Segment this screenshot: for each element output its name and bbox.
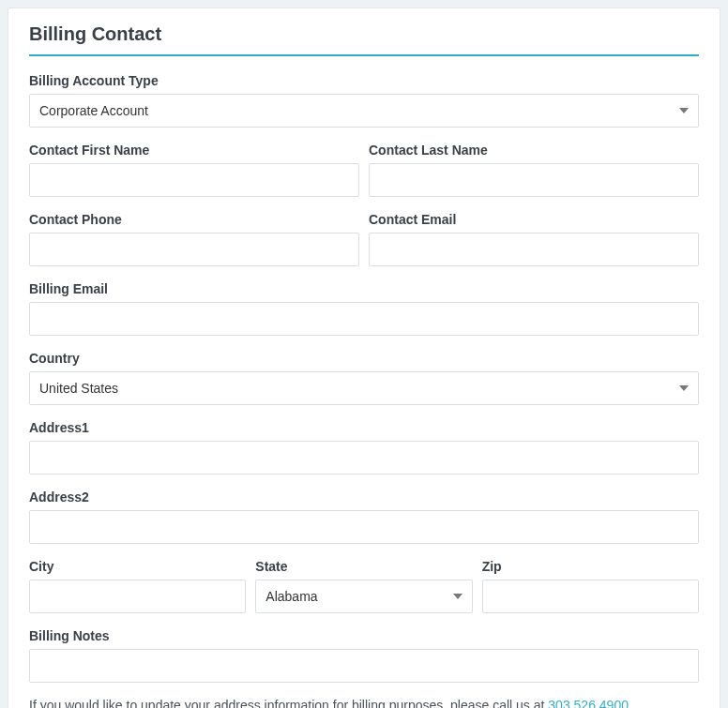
address2-input[interactable] <box>29 510 699 544</box>
support-phone-link[interactable]: 303.526.4900 <box>548 698 629 708</box>
account-type-label: Billing Account Type <box>29 73 699 88</box>
chevron-down-icon <box>453 594 463 599</box>
email-input[interactable] <box>369 233 699 266</box>
first-name-label: Contact First Name <box>29 143 359 158</box>
city-input[interactable] <box>29 580 246 613</box>
state-select[interactable]: Alabama <box>255 580 472 613</box>
phone-input[interactable] <box>29 233 359 266</box>
billing-email-label: Billing Email <box>29 281 699 296</box>
first-name-group: Contact First Name <box>29 143 359 197</box>
billing-contact-panel: Billing Contact Billing Account Type Cor… <box>8 8 720 708</box>
zip-input[interactable] <box>482 580 699 613</box>
billing-email-input[interactable] <box>29 302 699 336</box>
email-group: Contact Email <box>369 212 699 266</box>
zip-label: Zip <box>482 559 699 574</box>
chevron-down-icon <box>679 385 689 391</box>
address1-label: Address1 <box>29 420 699 435</box>
notes-group: Billing Notes <box>29 628 699 683</box>
address2-group: Address2 <box>29 490 699 544</box>
update-address-hint: If you would like to update your address… <box>29 698 699 708</box>
state-label: State <box>255 559 472 574</box>
country-group: Country United States <box>29 351 699 405</box>
country-label: Country <box>29 351 699 366</box>
hint-prefix: If you would like to update your address… <box>29 698 548 708</box>
notes-input[interactable] <box>29 649 699 683</box>
account-type-value: Corporate Account <box>39 103 148 118</box>
phone-label: Contact Phone <box>29 212 359 227</box>
chevron-down-icon <box>679 108 689 113</box>
email-label: Contact Email <box>369 212 699 227</box>
city-group: City <box>29 559 246 613</box>
last-name-input[interactable] <box>369 163 699 197</box>
city-label: City <box>29 559 246 574</box>
address1-group: Address1 <box>29 420 699 475</box>
last-name-label: Contact Last Name <box>369 143 699 158</box>
billing-email-group: Billing Email <box>29 281 699 336</box>
zip-group: Zip <box>482 559 699 613</box>
account-type-group: Billing Account Type Corporate Account <box>29 73 699 128</box>
state-group: State Alabama <box>255 559 472 613</box>
country-select[interactable]: United States <box>29 371 699 405</box>
address2-label: Address2 <box>29 490 699 505</box>
hint-suffix: . <box>629 698 632 708</box>
address1-input[interactable] <box>29 441 699 475</box>
state-value: Alabama <box>265 589 317 604</box>
country-value: United States <box>39 381 118 396</box>
first-name-input[interactable] <box>29 163 359 197</box>
notes-label: Billing Notes <box>29 628 699 643</box>
last-name-group: Contact Last Name <box>369 143 699 197</box>
phone-group: Contact Phone <box>29 212 359 266</box>
account-type-select[interactable]: Corporate Account <box>29 94 699 128</box>
section-title: Billing Contact <box>29 23 699 56</box>
